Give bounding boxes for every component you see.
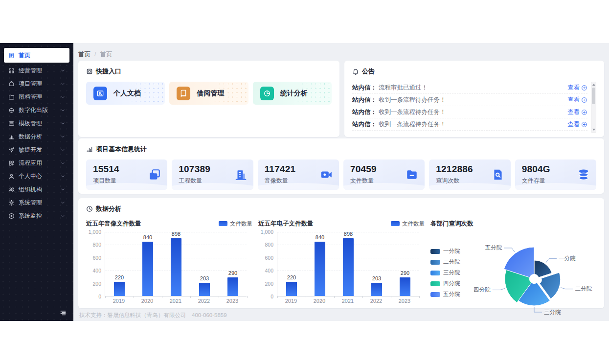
pie-label: 二分院 bbox=[575, 286, 592, 292]
chart-legend[interactable]: 文件数量 bbox=[391, 220, 425, 228]
legend-label: 文件数量 bbox=[402, 220, 425, 228]
legend-chip bbox=[219, 221, 227, 226]
chart-title: 近五年音像文件数量 bbox=[86, 220, 141, 228]
legend-chip bbox=[391, 221, 400, 226]
sidebar-item-5[interactable]: 模板管理 bbox=[4, 117, 69, 130]
announcement-prefix: 站内信： bbox=[352, 84, 377, 92]
grid-icon bbox=[8, 68, 15, 74]
announcement-prefix: 站内信： bbox=[352, 108, 377, 116]
stat-card-0[interactable]: 15514项目数量 bbox=[86, 159, 167, 190]
building-icon bbox=[234, 168, 247, 181]
sidebar-item-2[interactable]: 项目管理 bbox=[4, 77, 69, 91]
bar-2020[interactable] bbox=[315, 242, 325, 296]
chevron-down-icon bbox=[61, 108, 65, 113]
bar-2022[interactable] bbox=[199, 283, 210, 296]
x-tick-label: 2022 bbox=[190, 298, 218, 304]
stat-card-3[interactable]: 70459文件数量 bbox=[343, 159, 425, 190]
bar-2023[interactable] bbox=[400, 277, 410, 296]
view-label: 查看 bbox=[567, 120, 580, 129]
legend-chip bbox=[430, 260, 440, 265]
main-content: 首页 / 首页 快捷入口 个人文档借阅管理统计分析 bbox=[73, 43, 609, 321]
sidebar-item-7[interactable]: 敏捷开发 bbox=[4, 143, 69, 157]
scrollbar-thumb[interactable] bbox=[592, 88, 595, 104]
sidebar-item-3[interactable]: 图档管理 bbox=[4, 91, 69, 104]
view-link[interactable]: 查看 bbox=[567, 84, 587, 92]
x-tick-label: 2022 bbox=[362, 298, 390, 304]
bar-2020[interactable] bbox=[142, 242, 153, 296]
bar-2021[interactable] bbox=[343, 238, 354, 296]
bar-2021[interactable] bbox=[171, 238, 181, 296]
scroll-up-icon[interactable] bbox=[591, 82, 596, 87]
bar-2022[interactable] bbox=[371, 283, 382, 296]
bar-value-label: 220 bbox=[105, 274, 134, 280]
stat-card-5[interactable]: 9804G文件存量 bbox=[515, 159, 596, 190]
y-tick-label: 200 bbox=[265, 281, 273, 287]
sidebar-item-11[interactable]: 系统管理 bbox=[4, 196, 69, 209]
borrow-book-icon bbox=[177, 87, 190, 100]
view-link[interactable]: 查看 bbox=[567, 108, 587, 116]
sidebar-item-9[interactable]: 个人中心 bbox=[4, 170, 69, 183]
sidebar-item-label: 组织机构 bbox=[19, 185, 42, 194]
sidebar-item-1[interactable]: 经营管理 bbox=[4, 64, 69, 77]
bar-2023[interactable] bbox=[227, 277, 238, 296]
view-label: 查看 bbox=[567, 96, 580, 104]
view-link[interactable]: 查看 bbox=[567, 96, 587, 104]
sidebar-item-6[interactable]: 数据分析 bbox=[4, 130, 69, 143]
chevron-down-icon bbox=[61, 82, 65, 86]
x-tick-label: 2023 bbox=[390, 298, 419, 304]
apps-icon bbox=[8, 160, 15, 166]
legend-label: 五分院 bbox=[443, 291, 460, 298]
quick-entry-card: 快捷入口 个人文档借阅管理统计分析 bbox=[78, 61, 339, 137]
y-tick-label: 800 bbox=[265, 242, 273, 248]
y-tick-label: 0 bbox=[271, 294, 273, 299]
stat-card-2[interactable]: 117421音像数量 bbox=[258, 159, 339, 190]
quick-card-1[interactable]: 借阅管理 bbox=[169, 82, 248, 105]
stats-list: 15514项目数量107389工程数量117421音像数量70459文件数量12… bbox=[86, 159, 596, 190]
pie-legend-item-0[interactable]: 一分院 bbox=[430, 248, 461, 255]
bar-value-label: 898 bbox=[161, 231, 191, 237]
chevron-down-icon bbox=[61, 187, 65, 192]
collapse-sidebar-icon[interactable] bbox=[59, 310, 67, 317]
y-tick-label: 200 bbox=[92, 281, 101, 287]
legend-label: 二分院 bbox=[443, 258, 460, 266]
pie-legend-item-1[interactable]: 二分院 bbox=[430, 258, 461, 266]
pie-legend-item-3[interactable]: 四分院 bbox=[430, 280, 461, 287]
scrollbar[interactable] bbox=[591, 82, 596, 133]
breadcrumb-item-home[interactable]: 首页 bbox=[78, 50, 90, 59]
sidebar-item-8[interactable]: 流程应用 bbox=[4, 157, 69, 170]
pie-slice-0[interactable] bbox=[534, 260, 552, 277]
quick-entry-list: 个人文档借阅管理统计分析 bbox=[86, 82, 332, 105]
x-tick-label: 2020 bbox=[133, 298, 161, 304]
y-tick-label: 0 bbox=[98, 294, 101, 299]
announcement-card: 公告 站内信：流程审批已通过！查看站内信：收到一条流程待办任务！查看站内信：收到… bbox=[344, 61, 604, 137]
announcement-header: 公告 bbox=[352, 67, 596, 76]
pie-label: 一分院 bbox=[559, 255, 576, 261]
publish-icon bbox=[8, 107, 15, 114]
stat-card-1[interactable]: 107389工程数量 bbox=[172, 159, 253, 190]
scroll-down-icon[interactable] bbox=[591, 127, 596, 132]
sidebar-item-12[interactable]: 系统监控 bbox=[4, 209, 69, 223]
send-icon bbox=[8, 147, 15, 153]
sidebar-item-0[interactable]: 首页 bbox=[4, 48, 69, 63]
sidebar-item-label: 流程应用 bbox=[19, 159, 42, 167]
bar-value-label: 840 bbox=[305, 234, 335, 240]
sidebar-item-label: 首页 bbox=[19, 51, 30, 60]
chart-legend[interactable]: 文件数量 bbox=[219, 220, 252, 228]
view-link[interactable]: 查看 bbox=[567, 120, 587, 129]
announcement-prefix: 站内信： bbox=[352, 96, 377, 104]
pie-legend: 一分院二分院三分院四分院五分院 bbox=[430, 248, 461, 316]
sidebar-item-10[interactable]: 组织机构 bbox=[4, 183, 69, 196]
monitor-icon bbox=[8, 213, 15, 219]
view-arrow-icon bbox=[581, 85, 587, 91]
pie-legend-item-2[interactable]: 三分院 bbox=[430, 269, 461, 276]
quick-card-2[interactable]: 统计分析 bbox=[253, 82, 332, 105]
bar-2019[interactable] bbox=[114, 282, 125, 296]
pie-legend-item-4[interactable]: 五分院 bbox=[430, 291, 461, 298]
legend-label: 文件数量 bbox=[230, 220, 252, 228]
legend-label: 三分院 bbox=[443, 269, 460, 276]
bar-2019[interactable] bbox=[286, 282, 297, 296]
bar-value-label: 840 bbox=[133, 234, 162, 240]
stat-card-4[interactable]: 1212886查询次数 bbox=[429, 159, 510, 190]
quick-card-0[interactable]: 个人文档 bbox=[86, 82, 165, 105]
sidebar-item-4[interactable]: 数字化出版 bbox=[4, 104, 69, 117]
